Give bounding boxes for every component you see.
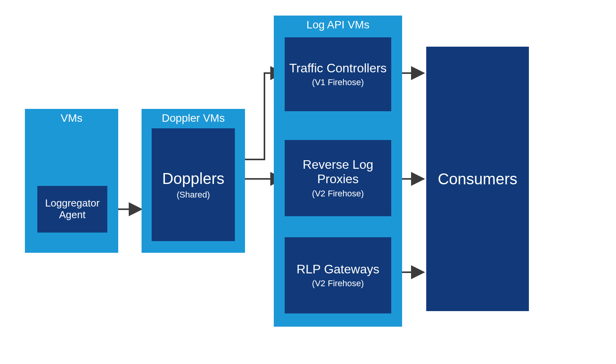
node-dopplers-sub: (Shared): [177, 190, 210, 200]
group-doppler-title: Doppler VMs: [142, 109, 245, 124]
node-loggregator-title: Loggregator Agent: [40, 198, 104, 221]
node-rlp-title: Reverse Log Proxies: [288, 158, 388, 186]
node-loggregator-agent: Loggregator Agent: [37, 186, 107, 233]
node-consumers: Consumers: [426, 47, 529, 311]
node-dopplers: Dopplers (Shared): [152, 128, 235, 241]
node-traffic-controllers: Traffic Controllers (V1 Firehose): [285, 37, 391, 111]
group-logapi-title: Log API VMs: [274, 16, 402, 31]
node-traffic-title: Traffic Controllers: [289, 61, 387, 75]
node-rlp-gateways: RLP Gateways (V2 Firehose): [285, 237, 391, 313]
node-traffic-sub: (V1 Firehose): [312, 77, 364, 88]
group-vms-title: VMs: [25, 109, 118, 124]
node-rlpgw-sub: (V2 Firehose): [312, 278, 364, 289]
node-rlpgw-title: RLP Gateways: [297, 262, 380, 276]
node-consumers-title: Consumers: [438, 170, 518, 188]
node-rlp-sub: (V2 Firehose): [312, 189, 364, 199]
node-dopplers-title: Dopplers: [162, 170, 224, 187]
node-reverse-log-proxies: Reverse Log Proxies (V2 Firehose): [285, 140, 391, 216]
diagram-stage: VMs Loggregator Agent Doppler VMs Dopple…: [0, 0, 616, 364]
